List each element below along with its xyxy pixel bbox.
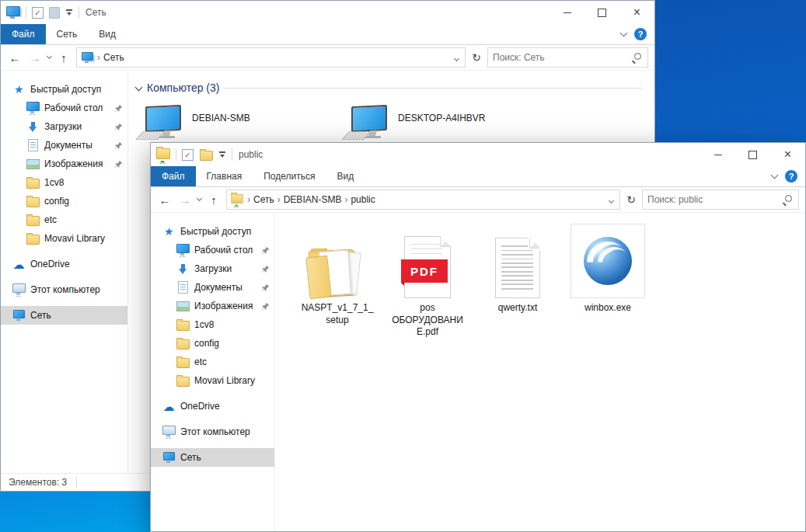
- maximize-button[interactable]: [735, 143, 770, 166]
- sidebar-item-label: Этот компьютер: [180, 426, 250, 437]
- file-item-naspt_v1_7_1_setup[interactable]: NASPT_v1_7_1_setup: [298, 224, 376, 326]
- sidebar-item-label: Изображения: [194, 301, 253, 311]
- pin-icon: [114, 141, 123, 150]
- search-input[interactable]: [488, 52, 632, 63]
- group-collapse-icon[interactable]: [135, 83, 143, 91]
- titlebar[interactable]: ✓ public ×: [151, 143, 805, 166]
- sidebar-item-1cv8[interactable]: 1cv8: [151, 315, 274, 334]
- sidebar-item-документы[interactable]: Документы: [151, 278, 274, 297]
- pin-icon: [114, 160, 123, 169]
- pictures-icon: [176, 300, 190, 312]
- address-dropdown-icon[interactable]: [452, 52, 462, 63]
- address-bar[interactable]: ›Сеть: [76, 47, 466, 68]
- sidebar-item-1cv8[interactable]: 1cv8: [1, 173, 127, 192]
- window-title: Сеть: [85, 7, 106, 18]
- sidebar-item-рабочий-стол[interactable]: Рабочий стол: [1, 99, 127, 117]
- ribbon-collapse-icon[interactable]: [620, 30, 628, 37]
- tab-поделиться[interactable]: Поделиться: [253, 166, 326, 186]
- network-folder-icon: [156, 148, 170, 161]
- maximize-button[interactable]: [584, 1, 619, 24]
- search-input[interactable]: [643, 194, 783, 205]
- sidebar-item-этот-компьютер[interactable]: Этот компьютер: [151, 422, 274, 441]
- sidebar-item-label: config: [44, 196, 69, 207]
- close-button[interactable]: ×: [770, 143, 805, 166]
- up-button[interactable]: ↑: [206, 193, 222, 207]
- sidebar-item-etc[interactable]: etc: [1, 210, 127, 229]
- address-bar[interactable]: ›Сеть›DEBIAN-SMB›public: [226, 190, 620, 210]
- ribbon-tabs: ФайлСетьВид ?: [1, 24, 654, 45]
- recent-locations-chevron-icon[interactable]: [47, 54, 52, 59]
- quick-access-star-icon: ★: [12, 83, 26, 96]
- separator: [76, 477, 77, 488]
- titlebar[interactable]: ✓ Сеть ×: [1, 1, 654, 24]
- minimize-button[interactable]: [550, 1, 584, 24]
- sidebar-item-загрузки[interactable]: Загрузки: [151, 259, 274, 278]
- sidebar-item-movavi-library[interactable]: Movavi Library: [151, 371, 274, 390]
- properties-button[interactable]: ✓: [182, 149, 194, 161]
- new-folder-button[interactable]: [49, 7, 60, 19]
- sidebar-item-загрузки[interactable]: Загрузки: [1, 117, 127, 136]
- sidebar-item-config[interactable]: config: [1, 192, 127, 210]
- items-count: Элементов: 3: [9, 477, 67, 488]
- sidebar-item-onedrive[interactable]: ☁OneDrive: [151, 397, 274, 416]
- ribbon-collapse-icon[interactable]: [771, 172, 779, 179]
- location-folder-icon: [230, 193, 244, 206]
- tab-вид[interactable]: Вид: [326, 166, 365, 186]
- forward-button[interactable]: →: [27, 51, 43, 64]
- sidebar-item-config[interactable]: config: [151, 334, 274, 353]
- sidebar-item-изображения[interactable]: Изображения: [151, 297, 274, 315]
- file-item-pos-оборудование.pdf[interactable]: PDFpos ОБОРУДОВАНИЕ.pdf: [389, 224, 466, 339]
- refresh-button[interactable]: ↻: [470, 51, 483, 64]
- navigation-bar: ← → ↑ ›Сеть›DEBIAN-SMB›public ↻: [151, 187, 805, 213]
- sidebar-item-быстрый-доступ[interactable]: ★Быстрый доступ: [1, 80, 127, 99]
- tab-файл[interactable]: Файл: [1, 24, 46, 44]
- network-computer-icon: [162, 451, 176, 464]
- help-icon[interactable]: ?: [785, 170, 797, 183]
- search-icon[interactable]: [632, 53, 641, 62]
- sidebar-item-сеть[interactable]: Сеть: [1, 306, 127, 325]
- sidebar-item-label: Загрузки: [194, 263, 232, 274]
- caption-buttons: ×: [550, 1, 654, 24]
- minimize-button[interactable]: [700, 143, 735, 166]
- search-icon[interactable]: [783, 195, 792, 204]
- sidebar-item-onedrive[interactable]: ☁OneDrive: [1, 255, 127, 273]
- properties-button[interactable]: ✓: [32, 7, 44, 19]
- sidebar-item-etc[interactable]: etc: [151, 353, 274, 371]
- customize-qat-dropdown[interactable]: [218, 151, 226, 158]
- help-icon[interactable]: ?: [634, 28, 647, 40]
- tab-вид[interactable]: Вид: [88, 24, 127, 44]
- breadcrumb-public[interactable]: public: [347, 194, 378, 205]
- caption-buttons: ×: [700, 143, 805, 166]
- sidebar-item-этот-компьютер[interactable]: Этот компьютер: [1, 280, 127, 299]
- breadcrumb-сеть[interactable]: Сеть: [100, 52, 127, 63]
- file-item-qwerty.txt[interactable]: qwerty.txt: [479, 224, 557, 315]
- address-dropdown-icon[interactable]: [606, 194, 616, 205]
- back-button[interactable]: ←: [157, 193, 173, 207]
- file-item-winbox.exe[interactable]: winbox.exe: [569, 224, 647, 315]
- sidebar-item-label: Рабочий стол: [194, 245, 253, 256]
- sidebar-item-быстрый-доступ[interactable]: ★Быстрый доступ: [151, 222, 274, 241]
- sidebar-item-label: Сеть: [30, 310, 51, 321]
- tab-сеть[interactable]: Сеть: [46, 24, 89, 44]
- file-icon-area: PDF: [404, 224, 451, 298]
- forward-button[interactable]: →: [177, 193, 193, 207]
- breadcrumb-debian-smb[interactable]: DEBIAN-SMB: [281, 194, 345, 205]
- new-folder-button[interactable]: [199, 148, 213, 161]
- sidebar-item-рабочий-стол[interactable]: Рабочий стол: [151, 241, 274, 259]
- recent-locations-chevron-icon[interactable]: [197, 196, 202, 201]
- customize-qat-dropdown[interactable]: [65, 9, 73, 16]
- up-button[interactable]: ↑: [56, 51, 72, 64]
- sidebar-item-документы[interactable]: Документы: [1, 136, 127, 155]
- breadcrumb-сеть[interactable]: Сеть: [250, 194, 277, 205]
- tab-главная[interactable]: Главная: [196, 166, 253, 186]
- close-button[interactable]: ×: [619, 1, 654, 24]
- back-button[interactable]: ←: [7, 51, 23, 64]
- sidebar-item-movavi-library[interactable]: Movavi Library: [1, 229, 127, 248]
- group-header-computer[interactable]: Компьютер (3): [136, 82, 648, 94]
- desktop-monitor-icon: [176, 244, 190, 256]
- sidebar-item-изображения[interactable]: Изображения: [1, 155, 127, 173]
- sidebar-item-сеть[interactable]: Сеть: [151, 448, 274, 467]
- tab-файл[interactable]: Файл: [151, 166, 196, 186]
- navigation-pane: ★Быстрый доступРабочий столЗагрузкиДокум…: [151, 213, 275, 531]
- refresh-button[interactable]: ↻: [625, 193, 637, 206]
